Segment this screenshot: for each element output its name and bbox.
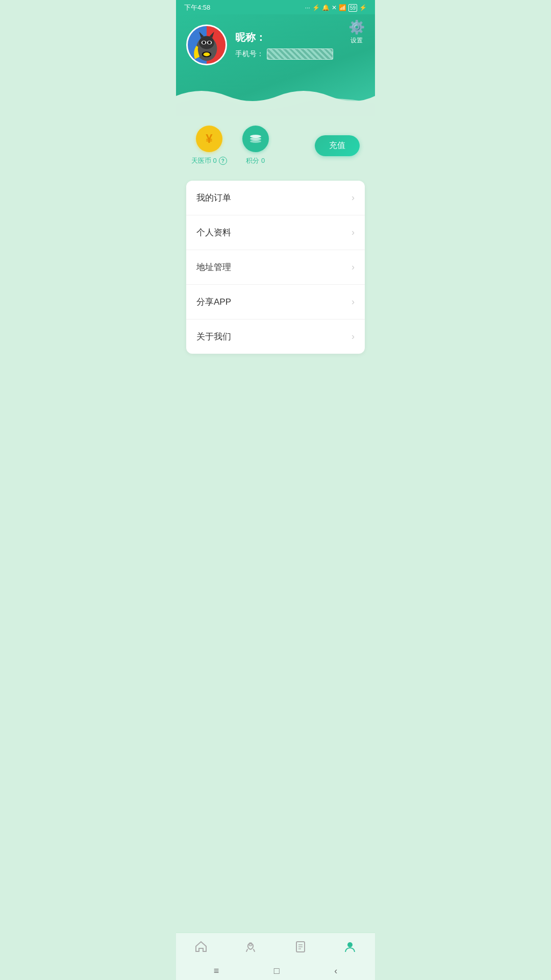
phone-blur bbox=[267, 48, 333, 60]
sim-icon: ✕ bbox=[332, 4, 337, 11]
menu-item-label: 关于我们 bbox=[196, 331, 231, 342]
status-time: 下午4:58 bbox=[184, 3, 210, 12]
profile-info: 昵称： 手机号： bbox=[235, 31, 333, 60]
chevron-right-icon: › bbox=[352, 331, 355, 342]
coin-wallet-item: ¥ 天医币 0 ? bbox=[191, 126, 227, 165]
alarm-icon: 🔔 bbox=[322, 4, 330, 11]
signal-icon: ··· bbox=[305, 4, 310, 11]
menu-item-orders[interactable]: 我的订单 › bbox=[186, 181, 365, 215]
hero-section: ⚙️ 设置 bbox=[176, 14, 375, 116]
points-icon bbox=[242, 126, 269, 152]
profile-nickname: 昵称： bbox=[235, 31, 333, 44]
content-area: ¥ 天医币 0 ? 积分 0 充值 我的订单 › bbox=[176, 115, 375, 364]
wallet-section: ¥ 天医币 0 ? 积分 0 充值 bbox=[186, 115, 365, 176]
wifi-icon: 📶 bbox=[339, 4, 346, 11]
stack-icon bbox=[250, 135, 261, 143]
status-bar: 下午4:58 ··· ⚡ 🔔 ✕ 📶 59 ⚡ bbox=[176, 0, 375, 14]
question-icon[interactable]: ? bbox=[219, 157, 227, 165]
profile-phone: 手机号： bbox=[235, 48, 333, 60]
menu-item-label: 个人资料 bbox=[196, 227, 231, 238]
status-icons: ··· ⚡ 🔔 ✕ 📶 59 ⚡ bbox=[305, 4, 367, 12]
menu-item-profile[interactable]: 个人资料 › bbox=[186, 215, 365, 250]
menu-item-share[interactable]: 分享APP › bbox=[186, 285, 365, 320]
svg-point-4 bbox=[199, 36, 214, 49]
charge-icon: ⚡ bbox=[359, 4, 367, 11]
svg-point-12 bbox=[204, 53, 210, 56]
coin-icon: ¥ bbox=[196, 126, 222, 152]
menu-card: 我的订单 › 个人资料 › 地址管理 › 分享APP › 关于我们 › bbox=[186, 181, 365, 354]
menu-item-address[interactable]: 地址管理 › bbox=[186, 250, 365, 285]
svg-point-10 bbox=[208, 41, 211, 44]
gear-icon: ⚙️ bbox=[348, 19, 365, 35]
points-label: 积分 0 bbox=[246, 156, 265, 165]
points-wallet-item: 积分 0 bbox=[242, 126, 269, 165]
menu-item-label: 地址管理 bbox=[196, 261, 231, 273]
avatar[interactable] bbox=[186, 24, 227, 65]
profile-row: 昵称： 手机号： bbox=[186, 24, 365, 65]
coin-label: 天医币 0 ? bbox=[191, 156, 227, 165]
wave-decoration bbox=[176, 86, 375, 116]
menu-item-label: 我的订单 bbox=[196, 192, 231, 204]
stack-disk-3 bbox=[250, 140, 261, 143]
bluetooth-icon: ⚡ bbox=[312, 4, 320, 11]
menu-item-label: 分享APP bbox=[196, 296, 231, 308]
recharge-button[interactable]: 充值 bbox=[315, 135, 360, 156]
battery-icon: 59 bbox=[348, 4, 357, 12]
chevron-right-icon: › bbox=[352, 297, 355, 307]
svg-point-9 bbox=[203, 41, 206, 44]
chevron-right-icon: › bbox=[352, 192, 355, 203]
settings-label: 设置 bbox=[350, 36, 363, 45]
chevron-right-icon: › bbox=[352, 262, 355, 273]
menu-item-about[interactable]: 关于我们 › bbox=[186, 320, 365, 354]
chevron-right-icon: › bbox=[352, 227, 355, 238]
settings-button[interactable]: ⚙️ 设置 bbox=[348, 19, 365, 45]
